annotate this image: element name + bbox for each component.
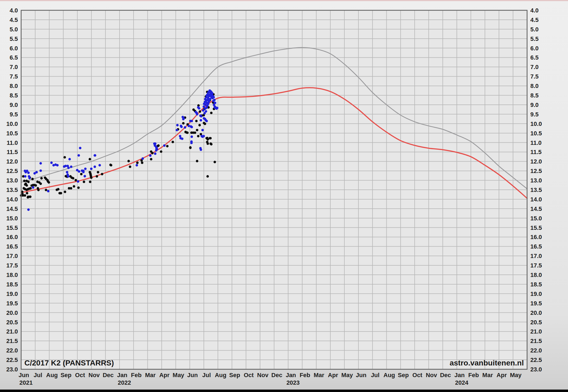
y-axis-tick-label-left: 12.5 <box>6 168 18 174</box>
y-axis-tick-label-right: 6.0 <box>530 45 539 52</box>
y-axis-tick-label-right: 5.0 <box>530 26 539 33</box>
x-axis-year-label: 2022 <box>118 379 131 386</box>
x-axis-month-label: Apr <box>328 372 338 378</box>
y-axis-tick-label-right: 21.5 <box>530 338 542 344</box>
black_observations-point <box>90 177 92 179</box>
x-axis-month-label: Aug <box>383 372 395 378</box>
x-axis-month-label: Apr <box>496 372 507 378</box>
black_observations-point <box>83 181 85 183</box>
blue_observations-point <box>176 129 178 131</box>
y-axis-tick-label-left: 15.0 <box>6 215 18 222</box>
black_observations-point <box>21 193 24 195</box>
black_observations-point <box>214 161 216 163</box>
black_observations-point <box>57 188 59 190</box>
black_observations-point <box>110 164 112 166</box>
black_observations-point <box>127 160 130 162</box>
black_observations-point <box>205 137 208 139</box>
blue_observations-point <box>212 96 215 98</box>
blue_observations-point <box>202 109 204 112</box>
black_observations-point <box>136 162 138 164</box>
y-axis-tick-label-right: 18.5 <box>530 281 542 288</box>
black_observations-point <box>172 141 174 143</box>
x-axis-month-label: Jan <box>117 372 127 378</box>
blue_observations-point <box>191 120 193 122</box>
black_observations-point <box>206 175 209 178</box>
y-axis-tick-label-right: 8.0 <box>530 83 539 89</box>
blue_observations-point <box>163 144 166 147</box>
black_observations-point <box>24 194 26 197</box>
x-axis-month-label: Jun <box>356 372 366 378</box>
blue_observations-point <box>94 154 96 156</box>
x-axis-month-label: Aug <box>215 372 227 378</box>
black_observations-point <box>210 112 212 114</box>
blue_observations-point <box>32 186 34 189</box>
black_observations-point <box>209 137 211 139</box>
x-axis-month-label: Sep <box>229 372 240 378</box>
y-axis-tick-label-right: 14.0 <box>530 196 542 203</box>
blue_observations-point <box>77 180 79 183</box>
black_observations-point <box>48 181 50 184</box>
y-axis-tick-label-left: 14.5 <box>6 205 18 212</box>
y-axis-tick-label-left: 10.0 <box>6 120 18 127</box>
y-axis-tick-label-left: 18.0 <box>6 272 18 278</box>
black_observations-point <box>89 158 91 160</box>
blue_observations-point <box>181 138 183 140</box>
x-axis-month-label: Apr <box>159 372 170 378</box>
blue_observations-point <box>27 208 30 211</box>
black_observations-point <box>210 143 212 145</box>
blue_observations-point <box>149 154 151 157</box>
watermark-site-name: astro.vanbuitenen.nl <box>450 359 524 367</box>
x-axis-month-label: Jan <box>286 372 296 378</box>
blue_observations-point <box>70 165 72 168</box>
black_observations-point <box>186 132 189 134</box>
blue_observations-point <box>205 120 208 122</box>
x-axis-month-label: Feb <box>131 372 141 378</box>
y-axis-tick-label-right: 7.5 <box>530 73 539 80</box>
blue_observations-point <box>56 164 59 166</box>
blue_observations-point <box>216 107 218 109</box>
x-axis-month-label: Jul <box>34 372 42 378</box>
black_observations-point <box>60 192 62 194</box>
y-axis-tick-label-left: 14.0 <box>6 196 18 203</box>
y-axis-tick-label-left: 11.5 <box>7 149 18 155</box>
y-axis-tick-label-right: 15.5 <box>530 224 542 231</box>
black_observations-point <box>89 181 91 183</box>
x-axis-month-label: May <box>510 372 522 378</box>
y-axis-tick-label-left: 22.0 <box>6 347 18 354</box>
blue_observations-point <box>141 157 144 160</box>
y-axis-tick-label-left: 23.0 <box>6 366 18 373</box>
blue_observations-point <box>200 115 202 117</box>
y-axis-tick-label-left: 20.5 <box>6 319 18 326</box>
black_observations-point <box>160 150 162 153</box>
y-axis-tick-label-left: 9.5 <box>9 111 18 118</box>
blue_observations-point <box>84 168 86 170</box>
black_observations-point <box>72 177 74 179</box>
y-axis-tick-label-left: 8.5 <box>9 92 18 99</box>
y-axis-tick-label-left: 19.0 <box>6 290 18 297</box>
black_observations-point <box>23 180 25 182</box>
blue_observations-point <box>78 170 80 173</box>
y-axis-tick-label-left: 13.0 <box>6 177 18 184</box>
y-axis-tick-label-left: 4.0 <box>9 7 18 14</box>
blue_observations-point <box>50 162 53 164</box>
black_observations-point <box>34 184 37 187</box>
x-axis-month-label: Mar <box>482 372 493 378</box>
lightcurve-chart: 4.04.04.54.55.05.05.55.56.06.06.56.57.07… <box>0 0 568 392</box>
y-axis-tick-label-left: 16.5 <box>6 243 18 250</box>
y-axis-tick-label-left: 12.0 <box>6 158 18 165</box>
black_observations-point <box>80 173 82 175</box>
y-axis-tick-label-left: 20.0 <box>6 309 18 316</box>
black_observations-point <box>196 129 198 131</box>
blue_observations-point <box>24 175 26 178</box>
blue_observations-point <box>198 107 200 110</box>
blue_observations-point <box>67 166 70 169</box>
y-axis-tick-label-left: 10.5 <box>6 130 18 137</box>
x-axis-month-label: Mar <box>145 372 156 378</box>
x-axis-year-label: 2024 <box>455 379 469 386</box>
blue_observations-point <box>200 148 202 151</box>
y-axis-tick-label-left: 17.0 <box>6 253 18 259</box>
black_observations-point <box>29 195 31 198</box>
x-axis-month-label: Nov <box>89 372 100 378</box>
y-axis-tick-label-right: 19.5 <box>530 300 542 307</box>
blue_observations-point <box>47 190 50 192</box>
